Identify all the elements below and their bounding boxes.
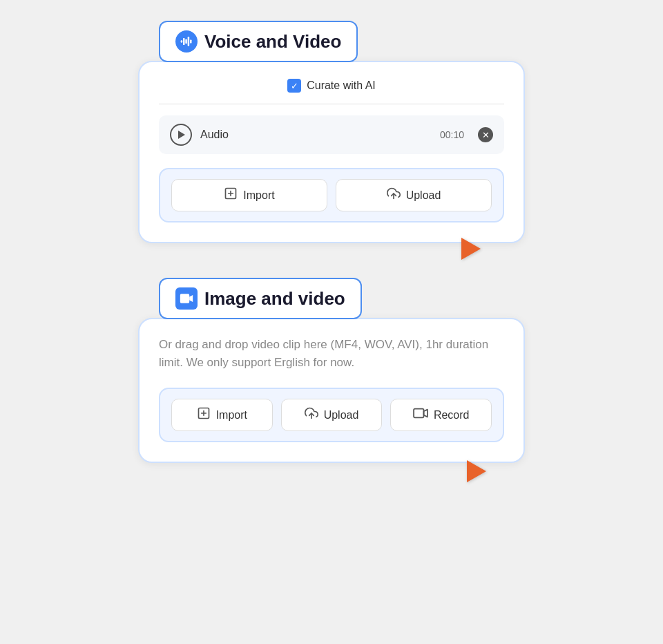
svg-marker-16 (423, 410, 427, 417)
curate-checkbox[interactable]: ✓ (287, 79, 301, 93)
upload-label: Upload (406, 189, 441, 202)
video-actions-row: Import Upload (159, 388, 504, 442)
record-icon (413, 407, 428, 423)
audio-time: 00:10 (440, 129, 464, 140)
import-label: Import (243, 189, 274, 202)
voice-and-video-title: Voice and Video (204, 31, 341, 53)
curate-row: ✓ Curate with AI (159, 79, 504, 104)
voice-and-video-card: ✓ Curate with AI Audio 00:10 ✕ (138, 61, 525, 243)
voice-actions-row: Import Upload (159, 168, 504, 222)
image-and-video-section: Image and video Or drag and drop video c… (138, 278, 525, 463)
play-button[interactable] (170, 124, 192, 146)
svg-rect-1 (183, 38, 185, 45)
image-and-video-title: Image and video (204, 288, 345, 310)
import-video-button[interactable]: Import (171, 399, 273, 431)
import-icon (224, 187, 238, 204)
image-and-video-header: Image and video (159, 278, 362, 319)
import-button[interactable]: Import (171, 179, 327, 211)
dragdrop-text: Or drag and drop video clip here (MF4, W… (159, 336, 504, 371)
voice-and-video-section: Voice and Video ✓ Curate with AI Audio 0… (138, 21, 525, 243)
image-and-video-card: Or drag and drop video clip here (MF4, W… (138, 318, 525, 463)
upload-video-button[interactable]: Upload (281, 399, 383, 431)
close-audio-button[interactable]: ✕ (478, 127, 493, 142)
svg-marker-10 (189, 295, 193, 302)
voice-and-video-header: Voice and Video (159, 21, 358, 62)
video-icon (175, 287, 198, 310)
import-video-label: Import (216, 409, 247, 422)
upload-icon (387, 187, 401, 204)
record-button[interactable]: Record (390, 399, 492, 431)
audio-row: Audio 00:10 ✕ (159, 115, 504, 154)
svg-rect-2 (185, 39, 187, 44)
svg-rect-0 (181, 40, 183, 42)
curate-label: Curate with AI (307, 79, 376, 92)
svg-rect-9 (180, 294, 189, 303)
import-video-icon (197, 406, 211, 424)
upload-video-icon (305, 406, 318, 424)
audio-label: Audio (200, 129, 432, 141)
record-label: Record (434, 409, 470, 422)
play-icon (178, 131, 185, 139)
voice-icon (175, 30, 198, 53)
upload-video-label: Upload (324, 409, 359, 422)
svg-rect-3 (188, 37, 190, 46)
svg-rect-4 (190, 40, 192, 44)
svg-rect-15 (414, 409, 423, 418)
upload-button[interactable]: Upload (336, 179, 492, 211)
